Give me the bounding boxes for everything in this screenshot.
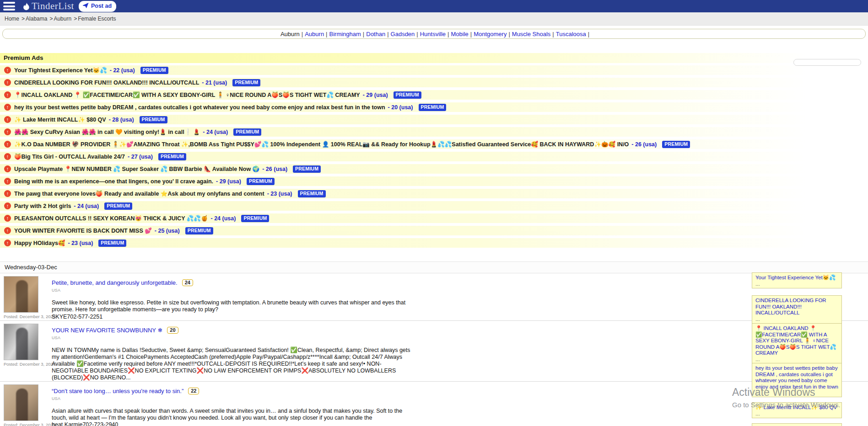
city-link-dothan[interactable]: Dothan xyxy=(366,31,385,37)
sidebar-ad-text[interactable]: CINDERELLA LOOKING FOR FUN!!! OAKLAND!!!… xyxy=(755,298,838,316)
premium-ad-title[interactable]: Upscale Playmate 📍NEW NUMBER 💦 Super Soa… xyxy=(14,165,259,172)
premium-ad-title[interactable]: ✨K.O Daa NUMBER 🦃 PROVIDER 🧍✨💕AMAZING Th… xyxy=(14,141,629,148)
post-ad-label: Post ad xyxy=(91,3,112,9)
premium-ad-row[interactable]: ↑ ✨K.O Daa NUMBER 🦃 PROVIDER 🧍✨💕AMAZING … xyxy=(0,139,868,149)
listing-thumbnail[interactable] xyxy=(4,384,38,421)
listing-thumb-col: Posted: December 3, 2025 xyxy=(4,384,46,426)
premium-ad-meta: - 26 (usa) xyxy=(262,166,287,172)
premium-ad-row[interactable]: ↑ hey its your best wettes petite baby D… xyxy=(0,102,868,112)
brand-name: TinderList xyxy=(32,1,74,11)
city-current: Auburn xyxy=(280,31,300,37)
premium-ad-meta: - 29 (usa) xyxy=(363,92,388,98)
listing-title-link[interactable]: “Don't stare too long… unless you're rea… xyxy=(52,388,183,394)
premium-ad-row[interactable]: ↑ 🌺🌺 Sexy CuRvy Asian 🌺🌺 in call 🧡 visit… xyxy=(0,127,868,137)
premium-ad-title[interactable]: Being with me is an experience—one that … xyxy=(14,178,213,185)
city-separator: | xyxy=(416,31,418,37)
premium-badge: PREMIUM xyxy=(185,227,213,234)
premium-ad-meta: - 24 (usa) xyxy=(211,215,236,222)
city-link-birmingham[interactable]: Birmingham xyxy=(329,31,361,37)
listing-title-link[interactable]: YOUR NEW FAVORITE SNOWBUNNY ❄ xyxy=(52,327,162,334)
premium-ad-row[interactable]: ↑ CINDERELLA LOOKING FOR FUN!!! OAKLAND!… xyxy=(0,78,868,87)
breadcrumb-city[interactable]: Auburn xyxy=(54,16,71,22)
city-link-auburn[interactable]: Auburn xyxy=(305,31,324,37)
flame-icon xyxy=(22,2,31,11)
sidebar-ad-box[interactable] xyxy=(752,423,842,426)
premium-ad-row[interactable]: ↑ 🍑Big Tits Girl - OUTCALL Available 24/… xyxy=(0,152,868,161)
sidebar-ad-text[interactable]: hey its your best wettes petite baby DRE… xyxy=(755,365,838,390)
premium-ad-row[interactable]: ↑ YOUR WINTER FAVORITE IS BACK DONT MISS… xyxy=(0,226,868,235)
premium-ad-title[interactable]: Party with 2 Hot girls xyxy=(14,203,71,209)
up-arrow-icon: ↑ xyxy=(4,79,11,86)
breadcrumb-separator: > xyxy=(74,16,77,22)
premium-ad-title[interactable]: ✨ Lake Merritt INCALL✨ $80 QV xyxy=(14,116,106,123)
premium-ad-row[interactable]: ↑ Upscale Playmate 📍NEW NUMBER 💦 Super S… xyxy=(0,164,868,174)
premium-ad-row[interactable]: ↑ The pawg that everyone loves🍑 Ready an… xyxy=(0,189,868,198)
sidebar-ad-box[interactable]: CINDERELLA LOOKING FOR FUN!!! OAKLAND!!!… xyxy=(752,295,842,324)
listing-thumbnail[interactable] xyxy=(4,276,38,313)
premium-ad-meta: - 23 (usa) xyxy=(68,240,93,246)
premium-ad-title[interactable]: 📍INCALL OAKLAND 📍 ✅FACETIME/CAR✅ WITH A … xyxy=(14,91,360,98)
premium-ad-meta: - 20 (usa) xyxy=(388,104,413,111)
sidebar-ad-text[interactable]: ✨ Lake Merritt INCALL✨ $80 QV xyxy=(755,405,838,411)
hamburger-menu-icon[interactable] xyxy=(3,2,15,11)
listing-content: YOUR NEW FAVORITE SNOWBUNNY ❄20 USA NEW … xyxy=(52,324,414,381)
premium-badge: PREMIUM xyxy=(419,104,447,111)
listing-thumbnail[interactable] xyxy=(4,324,38,360)
listing-title-link[interactable]: Petite, brunette, and dangerously unforg… xyxy=(52,279,178,286)
premium-ad-row[interactable]: ↑ 📍INCALL OAKLAND 📍 ✅FACETIME/CAR✅ WITH … xyxy=(0,90,868,100)
listing-thumb-col: Posted: December 3, 2025 xyxy=(4,276,46,320)
sidebar-ad-more: ... xyxy=(755,317,838,322)
breadcrumb-category: Female Escorts xyxy=(78,16,116,22)
city-link-montgomery[interactable]: Montgomery xyxy=(474,31,507,37)
premium-badge: PREMIUM xyxy=(247,178,275,185)
city-link-muscle-shoals[interactable]: Muscle Shoals xyxy=(512,31,551,37)
ad-placeholder xyxy=(793,59,861,66)
premium-ad-meta: - 22 (usa) xyxy=(110,67,135,74)
city-link-huntsville[interactable]: Huntsville xyxy=(420,31,446,37)
breadcrumb-state[interactable]: Alabama xyxy=(26,16,47,22)
listing-description: Sweet like honey, bold like espresso. Pe… xyxy=(52,299,414,313)
premium-ad-title[interactable]: The pawg that everyone loves🍑 Ready and … xyxy=(14,190,264,197)
sidebar-ad-box[interactable]: ✨ Lake Merritt INCALL✨ $80 QV ... xyxy=(752,402,842,418)
premium-ad-row[interactable]: ↑ ✨ Lake Merritt INCALL✨ $80 QV - 28 (us… xyxy=(0,115,868,124)
post-ad-button[interactable]: Post ad xyxy=(79,1,116,12)
premium-ad-meta: - 24 (usa) xyxy=(74,203,99,209)
premium-ad-title[interactable]: hey its your best wettes petite baby DRE… xyxy=(14,104,385,111)
listing-content: “Don't stare too long… unless you're rea… xyxy=(52,384,414,426)
brand-logo[interactable]: TinderList xyxy=(22,1,74,11)
sidebar-ad-text[interactable]: Your Tightest Experience Yet🐱💦 xyxy=(755,275,838,281)
sidebar-ad-box[interactable]: Your Tightest Experience Yet🐱💦 ... xyxy=(752,272,842,288)
premium-ad-row[interactable]: ↑ Party with 2 Hot girls - 24 (usa) PREM… xyxy=(0,201,868,211)
sidebar-ad-box[interactable]: 📍 INCALL OAKLAND 📍 ✅FACETIME/CAR✅ WITH A… xyxy=(752,323,842,364)
premium-ad-title[interactable]: Your Tightest Experience Yet🐱💦 xyxy=(14,67,107,74)
premium-ad-title[interactable]: Happy HOlidays🥰 xyxy=(14,240,65,246)
breadcrumb-separator: > xyxy=(49,16,53,22)
premium-ad-row[interactable]: ↑ Your Tightest Experience Yet🐱💦 - 22 (u… xyxy=(0,65,868,75)
city-link-gadsden[interactable]: Gadsden xyxy=(391,31,415,37)
premium-ad-meta: - 21 (usa) xyxy=(202,80,227,86)
sidebar-ad-box[interactable]: hey its your best wettes petite baby DRE… xyxy=(752,363,842,397)
premium-ad-row[interactable]: ↑ Happy HOlidays🥰 - 23 (usa) PREMIUM xyxy=(0,238,868,248)
city-separator: | xyxy=(302,31,303,37)
premium-ad-row[interactable]: ↑ Being with me is an experience—one tha… xyxy=(0,176,868,186)
premium-ad-title[interactable]: PLEASANTON OUTCALLS !! SEXY KOREAN😻 THIC… xyxy=(14,215,208,222)
city-separator: | xyxy=(588,31,589,37)
up-arrow-icon: ↑ xyxy=(4,116,11,123)
breadcrumb-separator: > xyxy=(22,16,25,22)
premium-ad-row[interactable]: ↑ PLEASANTON OUTCALLS !! SEXY KOREAN😻 TH… xyxy=(0,213,868,223)
sidebar-ad-text[interactable]: 📍 INCALL OAKLAND 📍 ✅FACETIME/CAR✅ WITH A… xyxy=(755,325,838,357)
premium-ad-title[interactable]: 🍑Big Tits Girl - OUTCALL Available 24/7 xyxy=(14,153,125,160)
premium-ad-title[interactable]: YOUR WINTER FAVORITE IS BACK DONT MISS 💕 xyxy=(14,227,152,234)
up-arrow-icon: ↑ xyxy=(4,227,11,234)
listing-location: USA xyxy=(52,396,414,401)
premium-ad-meta: - 27 (usa) xyxy=(128,154,153,160)
premium-badge: PREMIUM xyxy=(662,141,690,148)
age-badge: 22 xyxy=(188,388,199,394)
breadcrumb-home[interactable]: Home xyxy=(5,16,19,22)
premium-ad-title[interactable]: 🌺🌺 Sexy CuRvy Asian 🌺🌺 in call 🧡 visitin… xyxy=(14,128,200,135)
premium-ad-title[interactable]: CINDERELLA LOOKING FOR FUN!!! OAKLAND!!!… xyxy=(14,80,199,86)
premium-badge: PREMIUM xyxy=(98,240,126,247)
city-link-mobile[interactable]: Mobile xyxy=(451,31,468,37)
up-arrow-icon: ↑ xyxy=(4,215,11,222)
city-link-tuscaloosa[interactable]: Tuscaloosa xyxy=(556,31,586,37)
